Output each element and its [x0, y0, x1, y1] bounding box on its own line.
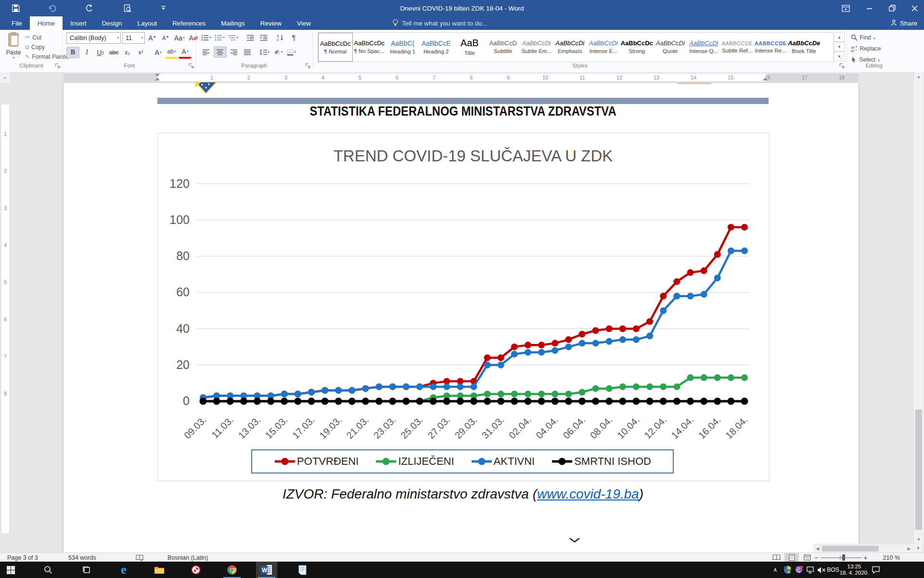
format-painter-button[interactable]: ✎ Format Painter — [25, 52, 70, 61]
zoom-slider-track[interactable] — [821, 557, 861, 558]
share-button[interactable]: Share — [890, 16, 917, 30]
borders-button[interactable]: ▾ — [285, 47, 297, 57]
proofing-icon[interactable] — [136, 553, 143, 562]
zoom-level[interactable]: 210 % — [871, 553, 900, 562]
right-indent-marker[interactable] — [763, 78, 768, 80]
print-layout-icon[interactable] — [784, 553, 799, 562]
restore-icon[interactable] — [883, 0, 902, 16]
read-mode-icon[interactable] — [769, 553, 783, 562]
tell-me-box[interactable]: Tell me what you want to do... — [392, 16, 488, 30]
align-left-button[interactable] — [200, 47, 212, 57]
style-subtle-ref[interactable]: AABBCCDESubtle Ref... — [720, 33, 754, 61]
style-emphasis[interactable]: AaBbCcDiEmphasis — [553, 33, 587, 61]
font-dialog-launcher-icon[interactable] — [188, 63, 194, 69]
style-heading-1[interactable]: AaBbC(Heading 1 — [386, 33, 420, 61]
scroll-hint-chevron-icon[interactable] — [569, 538, 580, 543]
zoom-in-button[interactable]: + — [863, 553, 868, 562]
print-preview-icon[interactable] — [119, 0, 136, 16]
increase-indent-button[interactable] — [257, 32, 270, 43]
tab-insert[interactable]: Insert — [63, 16, 94, 30]
italic-button[interactable]: I — [81, 47, 93, 58]
paragraph-dialog-launcher-icon[interactable] — [305, 63, 311, 69]
task-view-icon[interactable] — [76, 562, 97, 578]
first-line-indent-marker[interactable] — [155, 74, 160, 77]
tab-design[interactable]: Design — [94, 16, 130, 30]
tab-view[interactable]: View — [289, 16, 319, 30]
tab-layout[interactable]: Layout — [130, 16, 165, 30]
sort-button[interactable]: AZ — [274, 32, 286, 43]
style-subtle-em[interactable]: AaBbCcDiSubtle Em... — [520, 33, 553, 61]
style-quote[interactable]: AaBbCcDiQuote — [654, 33, 687, 61]
style-intense-re[interactable]: AABBCCDEIntense Re... — [754, 33, 788, 61]
zoom-slider-thumb[interactable] — [842, 554, 845, 561]
horizontal-scrollbar-thumb[interactable] — [822, 546, 879, 552]
vertical-scrollbar-thumb[interactable] — [915, 409, 922, 530]
superscript-button[interactable]: x² — [135, 47, 147, 58]
replace-button[interactable]: abac Replace — [851, 44, 881, 53]
style-normal[interactable]: AaBbCcDc¶ Normal — [318, 33, 353, 62]
action-center-icon[interactable] — [869, 562, 883, 578]
viber-icon[interactable] — [793, 562, 805, 578]
shading-button[interactable]: ▾ — [272, 47, 284, 57]
change-case-button[interactable]: Aa▾ — [173, 33, 186, 43]
notepad-icon[interactable] — [292, 562, 313, 578]
close-icon[interactable] — [905, 0, 924, 16]
scroll-down-icon[interactable]: ▼ — [914, 535, 924, 544]
source-link[interactable]: www.covid-19.ba — [537, 486, 639, 501]
font-size-select[interactable]: 11 ▾ — [122, 32, 145, 44]
vertical-ruler[interactable]: 12345678 — [0, 83, 11, 552]
shrink-font-button[interactable]: A▼ — [160, 33, 172, 43]
font-name-select[interactable]: Calibri (Body) ▾ — [66, 32, 121, 44]
clear-formatting-button[interactable]: A — [187, 33, 199, 43]
cut-button[interactable]: ✂ Cut — [25, 33, 41, 41]
bullets-button[interactable]: ▾ — [200, 32, 212, 43]
style-subtitle[interactable]: AaBbCcDSubtitle — [487, 33, 520, 61]
save-icon[interactable] — [8, 0, 24, 16]
multilevel-list-button[interactable]: ▾ — [227, 32, 239, 43]
scroll-left-icon[interactable]: ◀ — [813, 546, 822, 551]
word-count[interactable]: 534 words — [68, 553, 96, 562]
hanging-indent-marker[interactable] — [155, 78, 160, 80]
vertical-scrollbar[interactable]: ▲ ▼ — [913, 72, 924, 544]
horizontal-ruler[interactable]: 123456789101112131415161718 — [64, 72, 859, 83]
language-indicator[interactable]: Bosnian (Latin) — [167, 553, 208, 562]
subscript-button[interactable]: x₂ — [121, 47, 133, 58]
bold-button[interactable]: B — [66, 47, 79, 58]
file-explorer-icon[interactable] — [149, 562, 170, 578]
search-icon[interactable] — [38, 562, 59, 578]
styles-scroll-down-icon[interactable]: ▼ — [834, 42, 845, 52]
web-layout-icon[interactable] — [800, 553, 814, 562]
chrome-icon[interactable] — [221, 562, 243, 578]
word-icon[interactable]: W — [256, 562, 277, 578]
numbering-button[interactable]: ▾ — [214, 32, 226, 43]
tray-chevron-up-icon[interactable]: ∧ — [769, 562, 782, 578]
styles-dialog-launcher-icon[interactable] — [839, 63, 845, 69]
align-right-button[interactable] — [228, 47, 240, 57]
underline-button[interactable]: U▾ — [94, 47, 106, 58]
start-icon[interactable] — [0, 562, 21, 578]
find-button[interactable]: Find ▾ — [851, 33, 875, 41]
tab-mailings[interactable]: Mailings — [213, 16, 253, 30]
copy-button[interactable]: ⧉ Copy — [25, 42, 45, 51]
style-no-spac[interactable]: AaBbCcDc¶ No Spac... — [353, 33, 386, 61]
network-icon[interactable] — [805, 562, 816, 578]
document-page[interactable]: STATISTIKA FEDERALNOG MINISTARSTVA ZDRAV… — [64, 83, 859, 552]
redo-icon[interactable] — [81, 0, 97, 16]
tab-references[interactable]: References — [165, 16, 213, 30]
justify-button[interactable] — [242, 47, 254, 57]
covid-trend-chart[interactable]: TREND COVID-19 SLUČAJEVA U ZDK0204060801… — [157, 133, 770, 481]
align-center-button[interactable] — [214, 46, 227, 58]
style-intense-e[interactable]: AaBbCcDiIntense E... — [587, 33, 620, 61]
clipboard-dialog-launcher-icon[interactable] — [54, 63, 61, 69]
style-title[interactable]: AaBTitle — [453, 33, 487, 61]
tab-home[interactable]: Home — [30, 16, 63, 30]
text-effects-button[interactable]: A▾ — [152, 47, 164, 58]
show-paragraph-marks-button[interactable]: ¶ — [288, 32, 300, 43]
tab-file[interactable]: File — [4, 16, 30, 30]
styles-more-icon[interactable]: ▼̲ — [834, 52, 845, 61]
edge-icon[interactable]: e — [113, 562, 134, 578]
ribbon-display-options-icon[interactable] — [836, 0, 855, 16]
zoom-out-button[interactable]: − — [814, 553, 819, 562]
strikethrough-button[interactable]: abc — [108, 47, 120, 58]
tab-review[interactable]: Review — [253, 16, 289, 30]
